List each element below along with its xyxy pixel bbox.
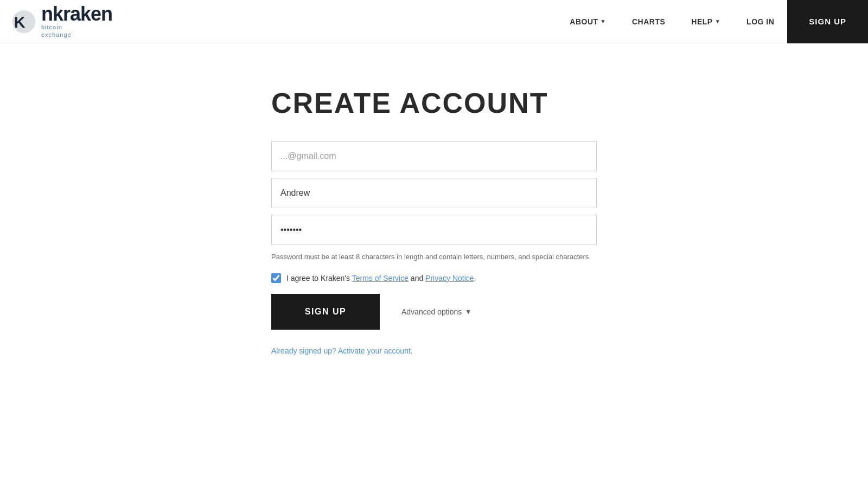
main-content: CREATE ACCOUNT Password must be at least…	[0, 43, 868, 356]
about-chevron-icon: ▼	[601, 18, 606, 24]
help-chevron-icon: ▼	[715, 18, 720, 24]
email-field-group	[271, 141, 597, 171]
brand-name: nkraken	[41, 4, 112, 24]
site-header: K nkraken bitcoin exchange ABOUT ▼ CHART…	[0, 0, 868, 43]
kraken-logo-icon: K	[11, 9, 37, 35]
password-input[interactable]	[271, 215, 597, 245]
logo-text: nkraken bitcoin exchange	[41, 4, 112, 38]
nav-about[interactable]: ABOUT ▼	[557, 0, 619, 43]
create-account-form: CREATE ACCOUNT Password must be at least…	[271, 87, 597, 356]
svg-text:K: K	[14, 13, 25, 30]
privacy-notice-link[interactable]: Privacy Notice	[425, 274, 474, 282]
logo[interactable]: K nkraken bitcoin exchange	[11, 4, 112, 38]
signup-button[interactable]: SIGN UP	[271, 294, 380, 330]
terms-of-service-link[interactable]: Terms of Service	[352, 274, 409, 282]
password-hint: Password must be at least 8 characters i…	[271, 252, 597, 262]
agree-checkbox[interactable]	[271, 273, 281, 283]
nav-help[interactable]: HELP ▼	[678, 0, 733, 43]
agree-row: I agree to Kraken's Terms of Service and…	[271, 273, 597, 283]
username-input[interactable]	[271, 178, 597, 208]
action-row: SIGN UP Advanced options ▼	[271, 294, 597, 330]
username-field-group	[271, 178, 597, 208]
page-title: CREATE ACCOUNT	[271, 87, 597, 119]
email-input[interactable]	[271, 141, 597, 171]
advanced-chevron-icon: ▼	[465, 308, 471, 316]
nav-login[interactable]: LOG IN	[733, 0, 787, 43]
main-nav: ABOUT ▼ CHARTS HELP ▼ LOG IN SIGN UP	[557, 0, 868, 43]
activate-account-link[interactable]: Already signed up? Activate your account…	[271, 346, 413, 355]
brand-subtitle: bitcoin exchange	[41, 24, 112, 38]
nav-signup-button[interactable]: SIGN UP	[787, 0, 868, 43]
nav-charts[interactable]: CHARTS	[619, 0, 678, 43]
agree-text: I agree to Kraken's Terms of Service and…	[286, 274, 476, 282]
password-field-group	[271, 215, 597, 245]
advanced-options-button[interactable]: Advanced options ▼	[401, 307, 471, 316]
